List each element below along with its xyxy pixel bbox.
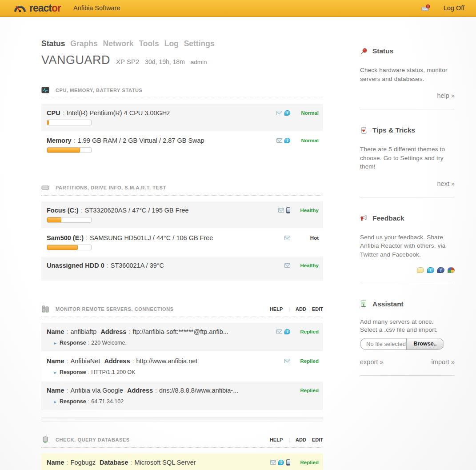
hardware-row-memory: Memory : 1.99 GB RAM / 2 GB Virtual / 2.… [41,132,323,158]
csv-file-input[interactable]: No file selected Browse.. [360,338,444,350]
multi-share-icon[interactable] [448,267,455,273]
section-servers: MONITOR REMOTE SERVERS, CONNECTIONS HELP… [41,305,323,421]
logo-wordmark: reactor [29,2,61,14]
reactor-logo[interactable]: reactor [13,2,61,14]
activity-monitor-icon [41,87,49,94]
cpu-usage-bar [47,120,92,125]
row-value: Intel(R) Pentium(R) 4 CPU 3.00GHz [67,109,170,116]
twitter-alert-icon: t [284,138,290,143]
facebook-share-icon[interactable]: f [437,267,444,273]
next-tip-link[interactable]: next » [360,180,455,187]
playing-card-icon: ♥ [360,127,368,134]
nav-tab-tools[interactable]: Tools [139,39,159,48]
svg-text:♥: ♥ [362,129,365,133]
twitter-alert-icon: t [284,329,290,334]
machine-user: admin [191,59,207,65]
expand-arrow-icon[interactable]: ▸ [54,370,56,375]
section-databases: CHECK, QUERY DATABASES HELP | ADD EDIT N… [41,436,323,470]
row-value: ST3320620AS / 47°C / 195 GB Free [85,207,189,214]
machine-os: XP SP2 [116,58,139,65]
sidebar-text: Check hardware status, monitor servers a… [360,66,455,83]
comment-bubble-icon[interactable] [417,267,424,273]
server-row-anfibia-via-google: Name : Anfibia vía Google Address : dns:… [41,382,323,410]
memory-usage-bar [47,147,92,153]
assistant-text-line1: Add many servers at once. [360,318,455,326]
help-link[interactable]: HELP [270,306,283,312]
phone-alert-icon [286,207,290,213]
export-link[interactable]: export » [360,358,383,366]
twitter-share-icon[interactable]: t [427,267,434,273]
nav-tab-log[interactable]: Log [164,39,179,48]
add-link[interactable]: ADD [296,306,306,312]
hardware-row-cpu: CPU : Intel(R) Pentium(R) 4 CPU 3.00GHz … [41,104,323,131]
section-title: CHECK, QUERY DATABASES [56,437,130,442]
add-link[interactable]: ADD [296,437,306,442]
nav-tab-status[interactable]: Status [41,39,65,48]
status-badge: Replied [290,460,319,465]
mail-alert-icon [278,208,284,213]
sidebar-box-status: Status Check hardware status, monitor se… [360,47,455,109]
server-name: AnfibiaNet [71,358,100,365]
sidebar: Status Check hardware status, monitor se… [360,17,455,470]
log-off-button[interactable]: Log Off [444,4,464,12]
twitter-alert-icon: t [284,110,290,116]
database-row-fogbugz: Name : Fogbugz Database : Microsoft SQL … [41,454,323,470]
server-address: http://www.anfibia.net [136,358,198,365]
twitter-alert-icon: t [278,460,284,465]
nav-tab-settings[interactable]: Settings [184,39,215,48]
mail-alert-icon [284,236,290,240]
svg-text:x: x [363,303,364,306]
disk-usage-bar [47,217,92,223]
assistant-text-line2: Select a .csv file and import. [360,326,455,334]
edit-link[interactable]: EDIT [312,437,323,442]
row-label: Unassigned HDD 0 [47,262,104,269]
expand-arrow-icon[interactable]: ▸ [54,399,56,404]
server-name: anfibiaftp [71,328,97,335]
section-title: MONITOR REMOTE SERVERS, CONNECTIONS [56,306,174,312]
server-address: dns://8.8.8.8/www.anfibia-... [159,387,238,394]
servers-icon [41,305,49,313]
gauge-icon [13,3,27,13]
status-badge: Normal [290,138,319,143]
row-value: 1.99 GB RAM / 2 GB Virtual / 2.87 GB Swa… [78,137,204,144]
help-link[interactable]: HELP [270,437,283,442]
server-name: Anfibia vía Google [71,387,124,394]
database-name: Fogbugz [71,459,96,466]
csv-spreadsheet-icon: x [360,300,368,308]
disk-usage-bar [47,245,92,250]
status-badge: Normal [290,110,319,116]
status-badge: Healthy [290,263,319,268]
status-badge: Healthy [290,208,319,213]
partition-row-focus: Focus (C:) : ST3320620AS / 47°C / 195 GB… [41,201,323,228]
nav-tab-graphs[interactable]: Graphs [70,39,97,48]
help-more-link[interactable]: help » [360,92,455,99]
import-link[interactable]: import » [432,358,455,366]
mail-alert-icon [284,263,290,268]
server-address: ftp://anfibia-soft:******@ftp.anfib... [132,328,228,335]
notifications-drive-icon[interactable]: ! [421,4,430,12]
server-row-anfibianet: Name : AnfibiaNet Address : http://www.a… [41,352,323,381]
mail-alert-icon [276,138,282,143]
section-partitions: PARTITIONS, DRIVE INFO, S.M.A.R.T. TEST … [41,184,323,281]
database-icon [41,436,49,443]
status-badge: Replied [290,329,319,334]
partition-row-unassigned: Unassigned HDD 0 : ST360021A / 39°C Heal… [41,257,323,281]
mail-alert-icon [276,329,282,334]
panel-shadow-divider [41,417,323,421]
expand-arrow-icon[interactable]: ▸ [54,341,56,345]
company-name: Anfibia Software [73,4,120,12]
sidebar-title: Feedback [372,214,404,222]
phone-alert-icon [286,459,290,466]
mail-alert-icon [270,460,276,465]
megaphone-icon [360,214,368,222]
browse-button[interactable]: Browse.. [406,338,444,349]
row-label: Memory [47,137,72,144]
nav-tab-network[interactable]: Network [103,39,134,48]
mail-alert-icon [276,111,282,115]
partition-row-sam500: Sam500 (E:) : SAMSUNG HD501LJ / 44°C / 1… [41,229,323,256]
edit-link[interactable]: EDIT [312,306,323,312]
machine-name: VANGUARD [41,53,110,67]
sidebar-box-assistant: x Assistant Add many servers at once. Se… [360,294,455,376]
server-response: 64.71.34.102 [91,398,124,405]
row-label: Sam500 (E:) [47,234,84,241]
